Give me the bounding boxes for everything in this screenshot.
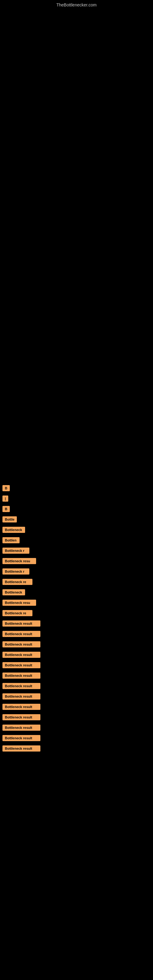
badge-row: Bottleneck result — [1, 681, 153, 692]
result-badge[interactable]: Bottleneck result — [2, 725, 40, 731]
result-badge[interactable]: Bottleneck resu — [2, 558, 36, 564]
main-container: TheBottlenecker.com B|BBottleBottleneckB… — [0, 0, 153, 754]
badge-row: Bottleneck resu — [1, 598, 153, 608]
result-badge[interactable]: Bottleneck result — [2, 714, 40, 720]
badge-row: Bottleneck — [1, 525, 153, 535]
result-badge[interactable]: Bottleneck result — [2, 694, 40, 700]
badge-row: Bottleneck result — [1, 629, 153, 640]
badge-row: Bottleneck result — [1, 733, 153, 744]
badge-row: Bottleneck result — [1, 702, 153, 712]
badge-row: | — [1, 494, 153, 504]
result-badge[interactable]: Bottle — [2, 516, 17, 522]
badge-row: Bottleneck re — [1, 577, 153, 587]
badge-row: Bottleneck result — [1, 650, 153, 660]
result-badge[interactable]: Bottleneck result — [2, 641, 40, 648]
result-badge[interactable]: | — [2, 495, 8, 502]
badge-row: Bottleneck result — [1, 723, 153, 733]
result-badge[interactable]: Bottleneck resu — [2, 600, 36, 606]
result-badge[interactable]: Bottleneck r — [2, 547, 29, 554]
site-title: TheBottlenecker.com — [0, 0, 153, 9]
badge-row: Bottleneck re — [1, 608, 153, 619]
badge-row: Bottleneck result — [1, 712, 153, 723]
badge-row: Bottleneck — [1, 587, 153, 598]
result-badge[interactable]: Bottleneck result — [2, 631, 40, 637]
black-zone — [0, 9, 153, 483]
result-badge[interactable]: Bottlen — [2, 537, 19, 543]
result-badge[interactable]: B — [2, 506, 10, 512]
result-badge[interactable]: Bottleneck re — [2, 579, 32, 585]
result-badge[interactable]: Bottleneck result — [2, 673, 40, 679]
result-badge[interactable]: Bottleneck result — [2, 662, 40, 668]
badge-row: Bottleneck r — [1, 546, 153, 556]
badge-row: Bottleneck result — [1, 619, 153, 629]
result-badge[interactable]: Bottleneck result — [2, 652, 40, 658]
result-badge[interactable]: Bottleneck result — [2, 735, 40, 741]
badge-row: Bottleneck result — [1, 671, 153, 681]
badge-row: Bottlen — [1, 535, 153, 546]
result-badge[interactable]: Bottleneck — [2, 589, 25, 595]
badge-row: Bottleneck result — [1, 640, 153, 650]
badge-row: Bottleneck result — [1, 660, 153, 671]
result-badge[interactable]: Bottleneck result — [2, 704, 40, 710]
badge-row: B — [1, 483, 153, 494]
result-badge[interactable]: Bottleneck result — [2, 683, 40, 689]
badge-row: B — [1, 504, 153, 514]
result-badge[interactable]: Bottleneck r — [2, 568, 29, 574]
badges-zone: B|BBottleBottleneckBottlenBottleneck rBo… — [0, 483, 153, 754]
result-badge[interactable]: Bottleneck re — [2, 610, 32, 616]
result-badge[interactable]: Bottleneck result — [2, 620, 40, 627]
result-badge[interactable]: Bottleneck result — [2, 745, 40, 751]
badge-row: Bottleneck result — [1, 692, 153, 702]
badge-row: Bottleneck r — [1, 566, 153, 577]
badge-row: Bottle — [1, 514, 153, 525]
result-badge[interactable]: Bottleneck — [2, 527, 25, 533]
badge-row: Bottleneck result — [1, 744, 153, 754]
badge-row: Bottleneck resu — [1, 556, 153, 566]
result-badge[interactable]: B — [2, 485, 10, 491]
